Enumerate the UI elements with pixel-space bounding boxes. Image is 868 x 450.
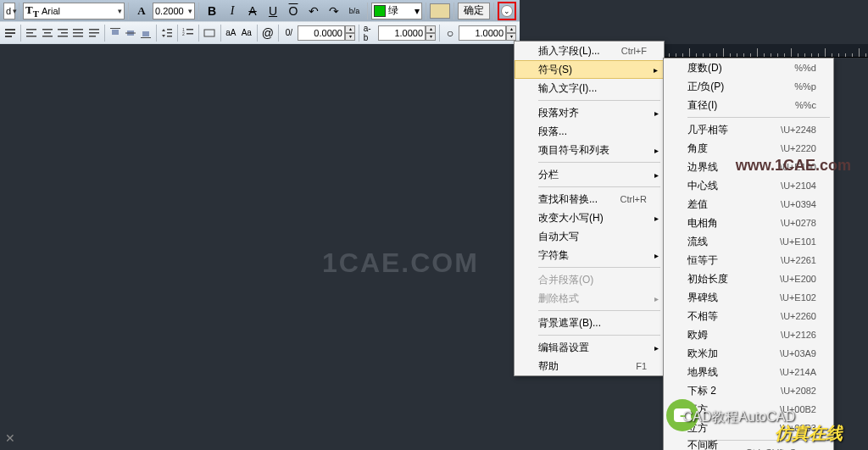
ruler-button[interactable] (430, 3, 450, 19)
font-dropdown[interactable]: TT Arial ▾ (23, 3, 125, 19)
menu-item[interactable]: 差值\U+0394 (664, 195, 833, 214)
style-dropdown[interactable]: d▾ (3, 3, 15, 19)
oblique-input[interactable] (298, 25, 345, 41)
oblique-button[interactable]: 0/ (282, 24, 296, 42)
menu-item[interactable]: 下标 2\U+2082 (664, 381, 833, 400)
align-dist-button[interactable] (86, 24, 100, 42)
caption-brand: 仿真在线 (775, 422, 843, 445)
svg-text:2: 2 (182, 31, 185, 36)
width-spinner[interactable]: ▴▾ (506, 25, 516, 41)
italic-button[interactable]: I (223, 2, 242, 20)
bold-button[interactable]: B (203, 2, 221, 20)
size-dropdown[interactable]: 0.2000▾ (153, 3, 195, 19)
menu-item[interactable]: 度数(D)%%d (664, 58, 833, 77)
menu-item[interactable]: 几乎相等\U+2248 (664, 120, 833, 139)
menu-item[interactable]: 初始长度\U+E200 (664, 269, 833, 288)
field-button[interactable] (203, 24, 216, 42)
menu-item[interactable]: 电相角\U+0278 (664, 214, 833, 232)
svg-rect-15 (89, 29, 99, 31)
menu-item[interactable]: 段落对齐▸ (515, 103, 664, 122)
redo-button[interactable]: ↷ (325, 2, 343, 20)
svg-rect-24 (167, 29, 172, 31)
oblique-spinner[interactable]: ▴▾ (345, 25, 355, 41)
menu-item[interactable]: 输入文字(I)... (515, 79, 664, 97)
numbering-button[interactable]: 12 (181, 24, 195, 42)
valign-top-button[interactable] (108, 24, 121, 42)
align-justify-button[interactable] (71, 24, 85, 42)
uppercase-button[interactable]: aA (224, 24, 237, 42)
symbol-button[interactable]: @ (261, 24, 275, 42)
para-button[interactable] (3, 24, 17, 42)
svg-rect-14 (73, 36, 83, 37)
menu-item[interactable]: 恒等于\U+2261 (664, 251, 833, 269)
menu-item[interactable]: 角度\U+2220 (664, 139, 833, 158)
menu-item[interactable]: 界碑线\U+E102 (664, 288, 833, 307)
tracking-button[interactable]: a-b (363, 24, 376, 42)
menu-item[interactable]: 欧姆\U+2126 (664, 325, 833, 344)
options-button[interactable]: ⌄ (498, 2, 516, 20)
svg-rect-12 (73, 29, 83, 31)
symbol-submenu[interactable]: 度数(D)%%d正/负(P)%%p直径(I)%%c几乎相等\U+2248角度\U… (663, 58, 834, 450)
align-left-button[interactable] (25, 24, 38, 42)
color-dropdown[interactable]: 绿 ▾ (371, 3, 422, 19)
menu-item[interactable]: 不相等\U+2260 (664, 307, 833, 325)
svg-rect-9 (58, 29, 68, 31)
svg-rect-5 (26, 36, 36, 37)
valign-mid-button[interactable] (124, 24, 137, 42)
menu-item[interactable]: 符号(S)▸ (515, 60, 664, 79)
align-center-button[interactable] (40, 24, 53, 42)
overline-button[interactable]: O (284, 2, 303, 20)
menu-item[interactable]: 查找和替换...Ctrl+R (515, 190, 664, 208)
svg-rect-28 (186, 29, 193, 31)
menu-item[interactable]: 改变大小写(H)▸ (515, 208, 664, 227)
annotative-button[interactable]: A (132, 2, 151, 20)
svg-rect-19 (112, 30, 119, 35)
menu-item[interactable]: 段落... (515, 122, 664, 141)
svg-rect-3 (26, 29, 36, 31)
menu-item[interactable]: 自动大写 (515, 227, 664, 246)
svg-rect-18 (110, 28, 120, 29)
color-swatch-icon (374, 5, 386, 17)
font-icon: TT (25, 3, 39, 19)
svg-rect-23 (141, 37, 151, 38)
menu-item[interactable]: 正/负(P)%%p (664, 77, 833, 96)
svg-rect-22 (142, 31, 149, 36)
menu-item[interactable]: 插入字段(L)...Ctrl+F (515, 42, 664, 60)
valign-bot-button[interactable] (139, 24, 153, 42)
menu-item[interactable]: 字符集▸ (515, 246, 664, 264)
menu-item[interactable]: 直径(I)%%c (664, 96, 833, 114)
underline-button[interactable]: U (264, 2, 282, 20)
close-icon[interactable]: ✕ (5, 431, 15, 445)
svg-rect-8 (42, 36, 53, 37)
menu-item[interactable]: 编辑器设置▸ (515, 338, 664, 357)
menu-item: 删除格式▸ (515, 289, 664, 308)
linespace-button[interactable] (160, 24, 174, 42)
svg-rect-16 (89, 32, 99, 34)
menu-item[interactable]: 流线\U+E101 (664, 232, 833, 251)
menu-item[interactable]: 分栏▸ (515, 165, 664, 184)
menu-item[interactable]: 项目符号和列表▸ (515, 141, 664, 159)
svg-rect-10 (61, 32, 68, 34)
menu-item[interactable]: 帮助F1 (515, 357, 664, 375)
lowercase-button[interactable]: Aa (240, 24, 253, 42)
watermark: 1CAE.COM (322, 247, 479, 279)
drawing-canvas[interactable]: 1CAE.COM ✕ (0, 44, 520, 450)
align-right-button[interactable] (56, 24, 70, 42)
tracking-input[interactable] (378, 25, 426, 41)
tracking-spinner[interactable]: ▴▾ (426, 25, 436, 41)
svg-rect-31 (204, 30, 214, 36)
menu-item[interactable]: 地界线\U+214A (664, 363, 833, 381)
menu-item[interactable]: 背景遮罩(B)... (515, 314, 664, 332)
svg-rect-2 (5, 36, 12, 37)
width-input[interactable] (459, 25, 506, 41)
stack-button[interactable]: b/a (345, 2, 364, 20)
svg-rect-26 (167, 36, 172, 37)
ok-button[interactable]: 确定 (458, 3, 490, 19)
undo-button[interactable]: ↶ (304, 2, 323, 20)
strike-button[interactable]: A (243, 2, 262, 20)
menu-item[interactable]: 中心线\U+2104 (664, 176, 833, 195)
menu-item[interactable]: 欧米加\U+03A9 (664, 344, 833, 363)
context-menu[interactable]: 插入字段(L)...Ctrl+F符号(S)▸输入文字(I)...段落对齐▸段落.… (514, 41, 665, 376)
svg-rect-17 (89, 36, 96, 37)
width-button[interactable]: ○ (443, 24, 457, 42)
